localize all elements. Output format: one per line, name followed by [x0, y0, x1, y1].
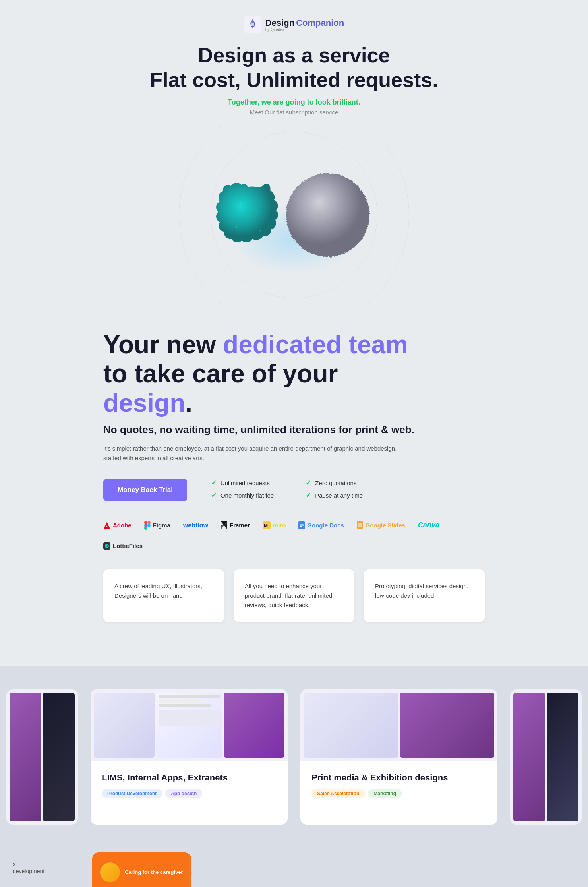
feature-cards: A crew of leading UX, Illustrators, Desi… — [103, 569, 485, 622]
bottom-card: Caring for the caregiver Caring for the … — [92, 852, 191, 887]
figma-icon — [144, 521, 151, 530]
miro-label: miro — [273, 522, 286, 529]
print-title: Print media & Exhibition designs — [311, 772, 486, 784]
logo-icon — [244, 16, 261, 33]
logo-design: Design — [265, 18, 294, 28]
svg-text:M: M — [264, 523, 268, 529]
logo-googleslides: Google Slides — [357, 521, 405, 529]
canva-label: Canva — [418, 521, 439, 529]
header: Design Companion by Qitedex Design as a … — [0, 0, 588, 124]
bottom-row: s development Caring for the caregiver C… — [6, 852, 582, 887]
svg-rect-22 — [300, 525, 304, 526]
lims-card-inner: LIMS, Internal Apps, Extranets Product D… — [91, 761, 288, 808]
lims-tag-2: App design — [165, 789, 202, 798]
logo-miro: M miro — [263, 521, 286, 529]
bottom-card-banner-text: Caring for the caregiver — [125, 869, 183, 875]
checklist-grid: ✓ Unlimited requests ✓ Zero quotations ✓… — [211, 479, 369, 500]
svg-rect-21 — [300, 524, 304, 525]
checklist-item-4: ✓ Pause at any time — [306, 491, 368, 500]
hero-subline: Together, we are going to look brilliant… — [8, 98, 580, 107]
hero-sub2: Meet Our flat subscription service — [8, 109, 580, 116]
logo-area: Design Companion by Qitedex — [8, 16, 580, 33]
logo-framer: Framer — [221, 521, 250, 529]
lims-title: LIMS, Internal Apps, Extranets — [102, 772, 277, 784]
feature-text-3: Prototyping, digital services design, lo… — [375, 583, 468, 599]
svg-point-4 — [236, 226, 237, 228]
check-icon-2: ✓ — [211, 491, 217, 500]
googleslides-icon — [357, 521, 363, 529]
framer-label: Framer — [230, 522, 250, 529]
checklist-item-3: ✓ Zero quotations — [306, 479, 368, 487]
svg-rect-10 — [144, 521, 147, 524]
svg-point-1 — [251, 23, 254, 26]
print-tag-1: Sales Acceleration — [311, 789, 365, 798]
hero-visual — [0, 124, 588, 306]
feature-card-2: All you need to enhance your product bra… — [234, 569, 354, 622]
checklist-label-4: Pause at any time — [315, 492, 363, 499]
logo-canva: Canva — [418, 521, 439, 529]
dedicated-section: Your new dedicated team to take care of … — [0, 306, 588, 666]
portfolio-bleed-left — [6, 689, 78, 825]
figma-label: Figma — [153, 522, 170, 529]
print-card-inner: Print media & Exhibition designs Sales A… — [300, 761, 497, 808]
svg-rect-25 — [358, 523, 362, 527]
checklist-item-2: ✓ One monthly flat fee — [211, 491, 274, 500]
webflow-label: webflow — [183, 522, 208, 529]
print-tags: Sales Acceleration Marketing — [311, 789, 486, 798]
svg-marker-16 — [221, 525, 224, 529]
checklist-label-3: Zero quotations — [315, 480, 356, 486]
lims-images — [91, 689, 288, 761]
logo-figma: Figma — [144, 521, 170, 530]
logo-by: by Qitedex — [265, 27, 284, 32]
svg-point-28 — [106, 545, 108, 547]
svg-rect-11 — [147, 521, 151, 524]
bottom-section: s development Caring for the caregiver C… — [0, 841, 588, 887]
logo-companion: Companion — [296, 18, 344, 28]
dedicated-desc: It's simple; rather than one employee, a… — [103, 444, 397, 463]
check-icon-1: ✓ — [211, 479, 217, 487]
googleslides-label: Google Slides — [366, 522, 405, 529]
logo-text: Design Companion by Qitedex — [265, 18, 344, 32]
portfolio-bleed-right — [510, 689, 582, 825]
bottom-development-label: development — [13, 868, 44, 874]
dedicated-subtitle: No quotes, no waiting time, unlimited it… — [103, 424, 485, 436]
feature-text-2: All you need to enhance your product bra… — [245, 583, 332, 608]
checklist-label-1: Unlimited requests — [220, 480, 270, 486]
check-icon-3: ✓ — [306, 479, 311, 487]
bottom-card-banner: Caring for the caregiver — [92, 852, 191, 887]
dedicated-headline: Your new dedicated team to take care of … — [103, 330, 485, 418]
lims-tag-1: Product Development — [102, 789, 162, 798]
svg-rect-13 — [144, 527, 147, 530]
googledocs-icon — [298, 521, 305, 529]
adobe-icon — [103, 522, 110, 529]
googledocs-label: Google Docs — [307, 522, 344, 529]
cta-row: Money Back Trial ✓ Unlimited requests ✓ … — [103, 479, 485, 501]
lottiefiles-label: LottieFiles — [113, 542, 143, 549]
blob-container — [209, 163, 379, 267]
svg-point-6 — [286, 173, 369, 257]
svg-point-14 — [147, 524, 151, 527]
portfolio-card-lims: LIMS, Internal Apps, Extranets Product D… — [91, 689, 288, 825]
feature-card-1: A crew of leading UX, Illustrators, Desi… — [103, 569, 224, 622]
checklist-label-2: One monthly flat fee — [220, 492, 274, 499]
hero-headline: Design as a service Flat cost, Unlimited… — [8, 43, 580, 93]
logo-adobe: Adobe — [103, 522, 132, 529]
svg-point-5 — [260, 230, 261, 231]
money-back-trial-button[interactable]: Money Back Trial — [103, 479, 187, 501]
checklist-item-1: ✓ Unlimited requests — [211, 479, 274, 487]
lottiefiles-icon — [103, 542, 110, 550]
svg-point-3 — [256, 210, 257, 211]
bottom-left-label: s development — [6, 852, 86, 883]
framer-icon — [221, 521, 227, 529]
teal-blob — [209, 179, 288, 259]
logo-googledocs: Google Docs — [298, 521, 344, 529]
logos-row: Adobe Figma webflow Framer — [103, 521, 485, 550]
check-icon-4: ✓ — [306, 491, 311, 500]
adobe-label: Adobe — [113, 522, 132, 529]
logo-webflow: webflow — [183, 522, 208, 529]
gray-blob — [276, 163, 379, 267]
svg-rect-23 — [300, 526, 302, 527]
feature-text-1: A crew of leading UX, Illustrators, Desi… — [114, 583, 202, 599]
svg-rect-12 — [144, 524, 147, 527]
portfolio-section: LIMS, Internal Apps, Extranets Product D… — [0, 666, 588, 841]
